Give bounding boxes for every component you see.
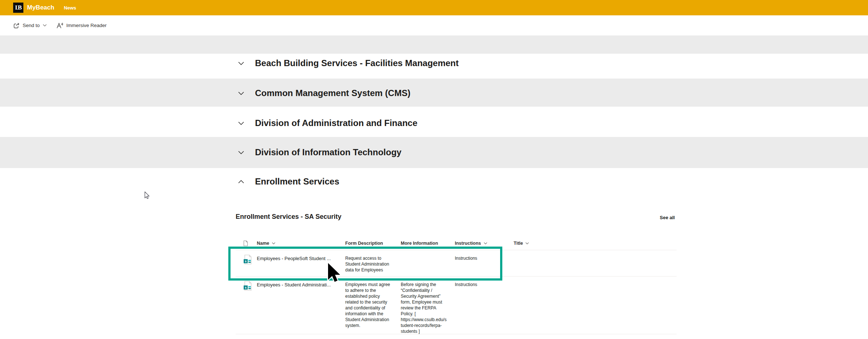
svg-text:s: s	[245, 259, 247, 263]
section-header-cms[interactable]: Common Management System (CMS)	[238, 87, 410, 99]
mouse-cursor-small	[144, 191, 150, 200]
row-instructions-link[interactable]: Instructions	[455, 250, 514, 276]
command-bar: Send to Immersive Reader	[0, 15, 868, 35]
chevron-down-icon	[43, 24, 47, 27]
nav-item-news[interactable]: News	[64, 5, 76, 11]
row-name-link[interactable]: Employees - PeopleSoft Student ...	[257, 250, 345, 276]
chevron-up-icon	[238, 180, 244, 183]
section-title: Enrollment Services	[255, 176, 339, 187]
a-with-soundwaves-icon	[56, 22, 64, 29]
immersive-reader-button[interactable]: Immersive Reader	[56, 22, 107, 29]
column-header-name[interactable]: Name	[257, 241, 345, 246]
chevron-down-icon	[238, 151, 244, 154]
svg-text:s: s	[245, 286, 247, 289]
section-title: Division of Information Technology	[255, 147, 401, 157]
table-row[interactable]: s Employees - PeopleSoft Student ... Req…	[236, 250, 677, 277]
row-form-description: Employees must agree to adhere to the es…	[345, 277, 401, 334]
section-title: Beach Building Services - Facilities Man…	[255, 58, 459, 68]
column-header-form-description[interactable]: Form Description	[345, 241, 401, 246]
chevron-down-icon	[484, 242, 487, 244]
row-title	[514, 250, 677, 276]
section-header-admin-finance[interactable]: Division of Administration and Finance	[238, 117, 417, 129]
column-header-instructions[interactable]: Instructions	[455, 241, 514, 246]
documents-table: Name Form Description More Information I…	[236, 237, 677, 334]
document-icon	[243, 240, 248, 246]
row-title	[514, 277, 677, 334]
column-header-title[interactable]: Title	[514, 241, 677, 246]
section-header-beach-building[interactable]: Beach Building Services - Facilities Man…	[238, 57, 459, 69]
row-form-description: Request access to Student Administration…	[345, 250, 401, 276]
section-header-enrollment-services[interactable]: Enrollment Services	[238, 176, 339, 187]
chevron-down-icon	[238, 92, 244, 95]
csulb-logo[interactable]: LB	[13, 3, 23, 13]
app-title: MyBeach	[27, 4, 54, 11]
list-title: Enrollment Services - SA Security	[236, 213, 341, 221]
section-title: Division of Administration and Finance	[255, 118, 417, 128]
row-more-information: Before signing the “Confidentiality / Se…	[401, 277, 455, 334]
row-name-link[interactable]: Employees - Student Administrati...	[257, 277, 345, 334]
row-more-information	[401, 250, 455, 276]
chevron-down-icon	[238, 122, 244, 125]
empty-gray-band	[0, 35, 868, 54]
immersive-reader-label: Immersive Reader	[66, 23, 107, 28]
top-app-bar: LB MyBeach News	[0, 0, 868, 15]
table-row[interactable]: s Employees - Student Administrati... Em…	[236, 277, 677, 334]
sharepoint-form-icon: s	[243, 255, 252, 264]
send-to-button[interactable]: Send to	[13, 22, 47, 29]
section-band-cms	[0, 79, 868, 107]
chevron-down-icon	[525, 242, 529, 244]
sharepoint-form-icon: s	[243, 281, 252, 291]
column-header-more-information[interactable]: More Information	[401, 241, 455, 246]
section-band-it	[0, 137, 868, 168]
see-all-link[interactable]: See all	[660, 215, 675, 220]
send-to-label: Send to	[23, 23, 40, 28]
section-header-information-technology[interactable]: Division of Information Technology	[238, 146, 401, 158]
chevron-down-icon	[272, 242, 275, 244]
section-title: Common Management System (CMS)	[255, 88, 410, 98]
row-instructions-link[interactable]: Instructions	[455, 277, 514, 334]
chevron-down-icon	[238, 62, 244, 65]
file-type-column-header[interactable]	[236, 240, 257, 246]
share-arrow-icon	[13, 22, 20, 29]
table-header-row: Name Form Description More Information I…	[236, 237, 677, 250]
